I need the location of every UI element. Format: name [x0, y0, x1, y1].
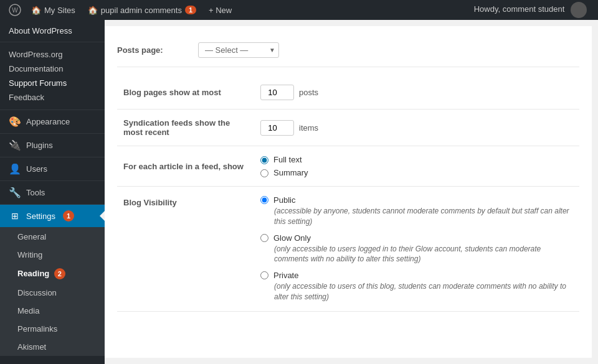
settings-icon: ⊞	[9, 211, 21, 221]
sidebar-item-plugins[interactable]: 🔌 Plugins	[0, 134, 105, 157]
visibility-glow-desc: (only accessible to users logged in to t…	[274, 244, 573, 265]
submenu-item-general[interactable]: General	[0, 228, 105, 246]
sidebar: About WordPress WordPress.org Documentat…	[0, 20, 105, 364]
sidebar-link-wordpress-org[interactable]: WordPress.org	[9, 47, 96, 62]
posts-page-row: Posts page: — Select — ▼	[117, 36, 579, 67]
feed-full-text-radio[interactable]	[260, 156, 268, 164]
submenu-item-media[interactable]: Media	[0, 302, 105, 320]
feed-show-options: Full text Summary	[254, 146, 579, 187]
wp-logo[interactable]: W	[5, 0, 25, 20]
visibility-private-desc: (only accessible to users of this blog, …	[274, 281, 573, 302]
visibility-private-radio[interactable]	[260, 271, 268, 279]
visibility-public-label: Public	[273, 195, 295, 205]
blog-pages-label: Blog pages show at most	[117, 76, 254, 110]
visibility-public-block: Public (accessible by anyone, students c…	[260, 195, 573, 227]
howdy-text: Howdy, comment student	[474, 2, 593, 18]
my-sites-menu[interactable]: 🏠 My Sites	[25, 0, 82, 20]
site-name: pupil admin comments	[101, 6, 182, 15]
submenu-item-reading[interactable]: Reading 2	[0, 264, 105, 284]
visibility-glow-radio[interactable]	[260, 234, 268, 242]
visibility-row: Blog Visibility Public (accessible by an…	[117, 187, 579, 312]
wp-links-section: WordPress.org Documentation Support Foru…	[0, 42, 105, 110]
settings-submenu: General Writing Reading 2 Discussion Med…	[0, 228, 105, 356]
visibility-label: Blog Visibility	[117, 187, 254, 312]
sidebar-link-documentation[interactable]: Documentation	[9, 62, 96, 76]
visibility-glow-label: Glow Only	[273, 233, 311, 243]
new-content-menu[interactable]: + New	[202, 0, 238, 20]
syndication-unit: items	[299, 123, 318, 133]
posts-page-label: Posts page:	[117, 45, 192, 55]
my-sites-label: My Sites	[44, 6, 75, 15]
blog-pages-input[interactable]	[260, 85, 294, 100]
visibility-public-desc: (accessible by anyone, students cannot m…	[274, 206, 573, 227]
sidebar-item-settings[interactable]: ⊞ Settings 1	[0, 205, 105, 228]
sidebar-link-feedback[interactable]: Feedback	[9, 90, 96, 105]
main-content: Posts page: — Select — ▼ Blog pages show…	[105, 20, 598, 364]
submenu-item-writing[interactable]: Writing	[0, 246, 105, 264]
comments-badge[interactable]: 1	[185, 6, 196, 14]
feed-show-row: For each article in a feed, show Full te…	[117, 146, 579, 187]
sidebar-item-about-wordpress[interactable]: About WordPress	[0, 20, 105, 42]
feed-full-text-option: Full text	[260, 155, 573, 164]
feed-show-label: For each article in a feed, show	[117, 146, 254, 187]
visibility-options-cell: Public (accessible by anyone, students c…	[254, 187, 579, 312]
tools-icon: 🔧	[9, 187, 21, 198]
blog-pages-row: Blog pages show at most posts	[117, 76, 579, 110]
blog-pages-unit: posts	[299, 88, 318, 97]
visibility-private-block: Private (only accessible to users of thi…	[260, 271, 573, 302]
sites-icon: 🏠	[31, 6, 41, 15]
visibility-glow-block: Glow Only (only accessible to users logg…	[260, 233, 573, 265]
settings-table: Blog pages show at most posts Syndicatio…	[117, 76, 579, 312]
syndication-value-cell: items	[254, 110, 579, 146]
sidebar-item-users[interactable]: 👤 Users	[0, 157, 105, 181]
submenu-item-akismet[interactable]: Akismet	[0, 338, 105, 356]
blog-pages-value-cell: posts	[254, 76, 579, 110]
svg-text:W: W	[12, 7, 18, 14]
users-icon: 👤	[9, 163, 21, 175]
syndication-input[interactable]	[260, 120, 294, 136]
sidebar-item-appearance[interactable]: 🎨 Appearance	[0, 110, 105, 134]
settings-badge: 1	[63, 210, 74, 222]
visibility-public-radio[interactable]	[260, 196, 268, 204]
syndication-label: Syndication feeds show the most recent	[117, 110, 254, 146]
submenu-item-discussion[interactable]: Discussion	[0, 284, 105, 302]
user-avatar	[571, 2, 587, 18]
feed-full-text-label: Full text	[273, 155, 302, 164]
admin-bar: W 🏠 My Sites 🏠 pupil admin comments 1 + …	[0, 0, 598, 20]
syndication-row: Syndication feeds show the most recent i…	[117, 110, 579, 146]
visibility-private-label: Private	[273, 271, 298, 280]
reading-badge: 2	[54, 268, 65, 279]
new-label: + New	[209, 6, 232, 15]
posts-page-select[interactable]: — Select —	[198, 42, 279, 58]
feed-summary-label: Summary	[273, 168, 308, 177]
home-icon: 🏠	[88, 6, 98, 15]
feed-summary-option: Summary	[260, 168, 573, 177]
site-name-menu[interactable]: 🏠 pupil admin comments 1	[82, 0, 202, 20]
plugins-icon: 🔌	[9, 139, 21, 151]
sidebar-item-tools[interactable]: 🔧 Tools	[0, 181, 105, 205]
posts-page-select-wrapper: — Select — ▼	[198, 42, 279, 58]
sidebar-link-support-forums[interactable]: Support Forums	[9, 76, 96, 90]
submenu-item-permalinks[interactable]: Permalinks	[0, 320, 105, 338]
feed-summary-radio[interactable]	[260, 169, 268, 177]
appearance-icon: 🎨	[9, 116, 21, 128]
